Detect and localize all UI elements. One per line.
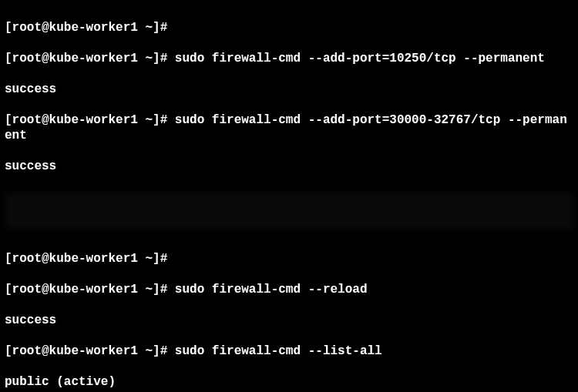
output-line: success [5, 313, 573, 328]
prompt-line: [root@kube-worker1 ~]# [5, 251, 573, 266]
prompt-line: [root@kube-worker1 ~]# [5, 20, 573, 35]
shell-prompt: [root@kube-worker1 ~]# [5, 113, 167, 127]
shell-prompt: [root@kube-worker1 ~]# [5, 283, 167, 297]
shell-prompt: [root@kube-worker1 ~]# [5, 252, 167, 266]
redacted-region [5, 193, 573, 230]
command-line: [root@kube-worker1 ~]# sudo firewall-cmd… [5, 51, 573, 66]
shell-prompt: [root@kube-worker1 ~]# [5, 21, 167, 35]
command-line: [root@kube-worker1 ~]# sudo firewall-cmd… [5, 343, 573, 359]
listall-header: public (active) [5, 374, 573, 390]
command-line: [root@kube-worker1 ~]# sudo firewall-cmd… [5, 282, 573, 297]
command-line: [root@kube-worker1 ~]# sudo firewall-cmd… [5, 112, 573, 143]
command-text: sudo firewall-cmd --list-all [175, 344, 382, 358]
output-line: success [5, 159, 573, 174]
terminal[interactable]: [root@kube-worker1 ~]# [root@kube-worker… [5, 5, 573, 387]
command-text: sudo firewall-cmd --add-port=10250/tcp -… [175, 52, 545, 65]
shell-prompt: [root@kube-worker1 ~]# [5, 52, 167, 65]
output-line: success [5, 82, 573, 97]
command-text: sudo firewall-cmd --reload [175, 283, 368, 297]
shell-prompt: [root@kube-worker1 ~]# [5, 344, 167, 358]
